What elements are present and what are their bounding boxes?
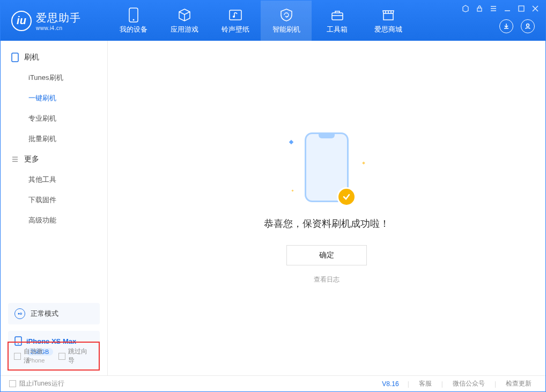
window-controls [462, 5, 539, 12]
body: 刷机 iTunes刷机 一键刷机 专业刷机 批量刷机 更多 其他工具 下载固件 … [1, 41, 545, 375]
music-folder-icon [228, 8, 243, 23]
toolbox-icon [330, 8, 345, 23]
main-content: 恭喜您，保资料刷机成功啦！ 确定 查看日志 [108, 41, 545, 375]
sidebar-item-other-tools[interactable]: 其他工具 [1, 169, 107, 190]
success-illustration [305, 132, 349, 202]
tab-my-device[interactable]: 我的设备 [108, 1, 159, 41]
svg-point-7 [527, 24, 529, 27]
cube-icon [177, 8, 192, 23]
download-icon[interactable] [499, 19, 513, 33]
minimize-icon[interactable] [504, 5, 511, 12]
tab-label: 铃声壁纸 [222, 25, 249, 34]
tab-label: 工具箱 [327, 25, 348, 34]
menu-icon[interactable] [490, 5, 497, 12]
theme-icon[interactable] [462, 5, 469, 12]
logo-icon: iu [11, 11, 32, 31]
sidebar-item-itunes-flash[interactable]: iTunes刷机 [1, 68, 107, 88]
lock-icon[interactable] [476, 5, 483, 12]
mode-icon [14, 308, 25, 319]
sparkle-icon [291, 189, 293, 191]
svg-point-9 [18, 313, 20, 315]
section-label: 刷机 [24, 53, 39, 62]
svg-rect-4 [332, 13, 343, 20]
checkbox-skip-guide[interactable]: 跳过向导 [58, 347, 93, 365]
refresh-shield-icon [279, 8, 294, 23]
logo-area: iu 爱思助手 www.i4.cn [1, 11, 108, 31]
checkbox-icon [14, 353, 21, 360]
svg-point-3 [233, 16, 235, 18]
svg-point-1 [132, 19, 134, 20]
checkbox-label: 跳过向导 [68, 347, 93, 365]
checkmark-badge-icon [337, 187, 356, 206]
svg-point-10 [20, 313, 22, 315]
app-title: 爱思助手 [36, 11, 81, 25]
success-message: 恭喜您，保资料刷机成功啦！ [264, 217, 389, 230]
sparkle-icon [362, 161, 365, 165]
tab-label: 应用游戏 [171, 25, 198, 34]
tab-label: 我的设备 [120, 25, 147, 34]
sidebar-item-oneclick-flash[interactable]: 一键刷机 [1, 88, 107, 108]
tab-apps[interactable]: 应用游戏 [159, 1, 210, 41]
tab-ringtone[interactable]: 铃声壁纸 [210, 1, 261, 41]
svg-rect-8 [12, 53, 18, 62]
maximize-icon[interactable] [518, 5, 525, 12]
footer-version: V8.16 [382, 380, 399, 388]
checkbox-icon [9, 380, 16, 387]
account-icons [499, 19, 535, 33]
tab-label: 爱思商城 [374, 25, 402, 34]
nav-tabs: 我的设备 应用游戏 铃声壁纸 智能刷机 工具箱 爱思商城 [108, 1, 414, 41]
user-icon[interactable] [521, 19, 535, 33]
sidebar: 刷机 iTunes刷机 一键刷机 专业刷机 批量刷机 更多 其他工具 下载固件 … [1, 41, 108, 375]
svg-rect-5 [477, 8, 482, 11]
header: iu 爱思助手 www.i4.cn 我的设备 应用游戏 铃声壁纸 智能刷机 工具… [1, 1, 545, 41]
checkbox-label: 自动激活 [24, 347, 49, 365]
sparkle-icon [289, 139, 293, 144]
footer-link-wechat[interactable]: 微信公众号 [447, 379, 490, 388]
store-icon [381, 8, 396, 23]
footer-block-itunes[interactable]: 阻止iTunes运行 [9, 379, 64, 388]
app-url: www.i4.cn [36, 25, 81, 31]
checkbox-auto-activate[interactable]: 自动激活 [14, 347, 49, 365]
tab-store[interactable]: 爱思商城 [363, 1, 414, 41]
tab-label: 智能刷机 [272, 25, 300, 34]
sidebar-item-advanced[interactable]: 高级功能 [1, 210, 107, 231]
footer-link-support[interactable]: 客服 [414, 379, 437, 388]
svg-rect-6 [519, 6, 524, 11]
confirm-button[interactable]: 确定 [286, 245, 367, 265]
highlighted-checkbox-row: 自动激活 跳过向导 [8, 342, 100, 371]
checkbox-icon [58, 353, 65, 360]
footer-checkbox-label: 阻止iTunes运行 [19, 379, 64, 388]
sidebar-item-download-firmware[interactable]: 下载固件 [1, 190, 107, 210]
device-icon [11, 53, 19, 62]
sidebar-section-flash: 刷机 [1, 47, 107, 68]
tab-flash[interactable]: 智能刷机 [261, 1, 312, 41]
section-label: 更多 [24, 154, 39, 164]
sidebar-section-more: 更多 [1, 149, 107, 169]
sidebar-item-pro-flash[interactable]: 专业刷机 [1, 108, 107, 129]
mode-label: 正常模式 [31, 309, 58, 319]
footer: 阻止iTunes运行 V8.16 | 客服 | 微信公众号 | 检查更新 [1, 375, 545, 391]
phone-icon [126, 8, 141, 23]
mode-card[interactable]: 正常模式 [8, 303, 100, 324]
close-icon[interactable] [532, 5, 539, 12]
list-icon [11, 156, 19, 163]
sidebar-item-batch-flash[interactable]: 批量刷机 [1, 129, 107, 149]
tab-toolbox[interactable]: 工具箱 [312, 1, 363, 41]
svg-rect-2 [230, 10, 241, 20]
footer-link-update[interactable]: 检查更新 [500, 379, 537, 388]
logo-text: 爱思助手 www.i4.cn [36, 11, 81, 31]
view-log-link[interactable]: 查看日志 [314, 275, 340, 284]
